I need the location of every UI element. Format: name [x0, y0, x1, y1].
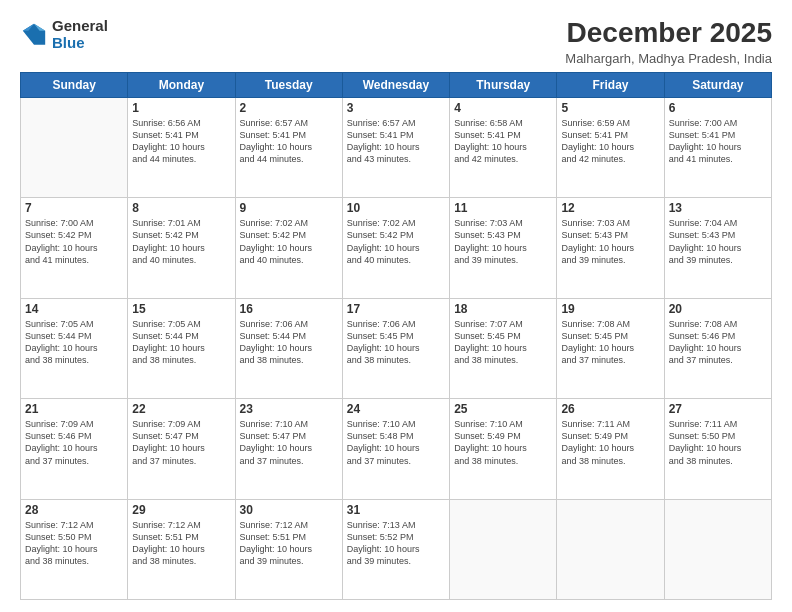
cell-content: Sunrise: 7:06 AM Sunset: 5:45 PM Dayligh…: [347, 318, 445, 367]
col-thursday: Thursday: [450, 72, 557, 97]
calendar-cell: 18Sunrise: 7:07 AM Sunset: 5:45 PM Dayli…: [450, 298, 557, 398]
calendar-cell: 15Sunrise: 7:05 AM Sunset: 5:44 PM Dayli…: [128, 298, 235, 398]
calendar-cell: [450, 499, 557, 599]
day-number: 3: [347, 101, 445, 115]
calendar-cell: 4Sunrise: 6:58 AM Sunset: 5:41 PM Daylig…: [450, 97, 557, 197]
day-number: 30: [240, 503, 338, 517]
cell-content: Sunrise: 7:03 AM Sunset: 5:43 PM Dayligh…: [561, 217, 659, 266]
header: General Blue December 2025 Malhargarh, M…: [20, 18, 772, 66]
calendar-table: Sunday Monday Tuesday Wednesday Thursday…: [20, 72, 772, 600]
cell-content: Sunrise: 7:08 AM Sunset: 5:45 PM Dayligh…: [561, 318, 659, 367]
logo-text: General Blue: [52, 18, 108, 51]
cell-content: Sunrise: 7:10 AM Sunset: 5:48 PM Dayligh…: [347, 418, 445, 467]
location: Malhargarh, Madhya Pradesh, India: [565, 51, 772, 66]
calendar-cell: 3Sunrise: 6:57 AM Sunset: 5:41 PM Daylig…: [342, 97, 449, 197]
calendar-cell: 25Sunrise: 7:10 AM Sunset: 5:49 PM Dayli…: [450, 399, 557, 499]
calendar-cell: 24Sunrise: 7:10 AM Sunset: 5:48 PM Dayli…: [342, 399, 449, 499]
cell-content: Sunrise: 7:02 AM Sunset: 5:42 PM Dayligh…: [347, 217, 445, 266]
calendar-cell: 28Sunrise: 7:12 AM Sunset: 5:50 PM Dayli…: [21, 499, 128, 599]
col-tuesday: Tuesday: [235, 72, 342, 97]
calendar-cell: 26Sunrise: 7:11 AM Sunset: 5:49 PM Dayli…: [557, 399, 664, 499]
col-saturday: Saturday: [664, 72, 771, 97]
cell-content: Sunrise: 7:12 AM Sunset: 5:51 PM Dayligh…: [240, 519, 338, 568]
day-number: 4: [454, 101, 552, 115]
cell-content: Sunrise: 7:07 AM Sunset: 5:45 PM Dayligh…: [454, 318, 552, 367]
calendar-cell: 10Sunrise: 7:02 AM Sunset: 5:42 PM Dayli…: [342, 198, 449, 298]
calendar-cell: 23Sunrise: 7:10 AM Sunset: 5:47 PM Dayli…: [235, 399, 342, 499]
cell-content: Sunrise: 7:02 AM Sunset: 5:42 PM Dayligh…: [240, 217, 338, 266]
day-number: 28: [25, 503, 123, 517]
day-number: 26: [561, 402, 659, 416]
day-number: 16: [240, 302, 338, 316]
calendar-week-2: 7Sunrise: 7:00 AM Sunset: 5:42 PM Daylig…: [21, 198, 772, 298]
calendar-cell: 2Sunrise: 6:57 AM Sunset: 5:41 PM Daylig…: [235, 97, 342, 197]
calendar-cell: 7Sunrise: 7:00 AM Sunset: 5:42 PM Daylig…: [21, 198, 128, 298]
cell-content: Sunrise: 7:13 AM Sunset: 5:52 PM Dayligh…: [347, 519, 445, 568]
cell-content: Sunrise: 7:00 AM Sunset: 5:41 PM Dayligh…: [669, 117, 767, 166]
day-number: 23: [240, 402, 338, 416]
day-number: 27: [669, 402, 767, 416]
cell-content: Sunrise: 6:59 AM Sunset: 5:41 PM Dayligh…: [561, 117, 659, 166]
calendar-cell: 17Sunrise: 7:06 AM Sunset: 5:45 PM Dayli…: [342, 298, 449, 398]
page: General Blue December 2025 Malhargarh, M…: [0, 0, 792, 612]
cell-content: Sunrise: 7:05 AM Sunset: 5:44 PM Dayligh…: [132, 318, 230, 367]
cell-content: Sunrise: 6:57 AM Sunset: 5:41 PM Dayligh…: [347, 117, 445, 166]
cell-content: Sunrise: 7:10 AM Sunset: 5:47 PM Dayligh…: [240, 418, 338, 467]
day-number: 2: [240, 101, 338, 115]
cell-content: Sunrise: 7:05 AM Sunset: 5:44 PM Dayligh…: [25, 318, 123, 367]
calendar-cell: 5Sunrise: 6:59 AM Sunset: 5:41 PM Daylig…: [557, 97, 664, 197]
calendar-week-1: 1Sunrise: 6:56 AM Sunset: 5:41 PM Daylig…: [21, 97, 772, 197]
calendar-cell: 1Sunrise: 6:56 AM Sunset: 5:41 PM Daylig…: [128, 97, 235, 197]
calendar-cell: 6Sunrise: 7:00 AM Sunset: 5:41 PM Daylig…: [664, 97, 771, 197]
day-number: 18: [454, 302, 552, 316]
calendar-cell: 14Sunrise: 7:05 AM Sunset: 5:44 PM Dayli…: [21, 298, 128, 398]
day-number: 6: [669, 101, 767, 115]
month-title: December 2025: [565, 18, 772, 49]
day-number: 7: [25, 201, 123, 215]
day-number: 11: [454, 201, 552, 215]
logo-blue: Blue: [52, 35, 108, 52]
day-number: 15: [132, 302, 230, 316]
cell-content: Sunrise: 7:11 AM Sunset: 5:50 PM Dayligh…: [669, 418, 767, 467]
day-number: 19: [561, 302, 659, 316]
cell-content: Sunrise: 7:09 AM Sunset: 5:46 PM Dayligh…: [25, 418, 123, 467]
col-monday: Monday: [128, 72, 235, 97]
cell-content: Sunrise: 6:57 AM Sunset: 5:41 PM Dayligh…: [240, 117, 338, 166]
calendar-header-row: Sunday Monday Tuesday Wednesday Thursday…: [21, 72, 772, 97]
day-number: 24: [347, 402, 445, 416]
col-friday: Friday: [557, 72, 664, 97]
calendar-cell: [664, 499, 771, 599]
cell-content: Sunrise: 7:12 AM Sunset: 5:50 PM Dayligh…: [25, 519, 123, 568]
day-number: 22: [132, 402, 230, 416]
calendar-cell: 27Sunrise: 7:11 AM Sunset: 5:50 PM Dayli…: [664, 399, 771, 499]
cell-content: Sunrise: 7:06 AM Sunset: 5:44 PM Dayligh…: [240, 318, 338, 367]
calendar-cell: 12Sunrise: 7:03 AM Sunset: 5:43 PM Dayli…: [557, 198, 664, 298]
day-number: 12: [561, 201, 659, 215]
day-number: 8: [132, 201, 230, 215]
logo-general: General: [52, 18, 108, 35]
calendar-cell: 8Sunrise: 7:01 AM Sunset: 5:42 PM Daylig…: [128, 198, 235, 298]
cell-content: Sunrise: 7:03 AM Sunset: 5:43 PM Dayligh…: [454, 217, 552, 266]
cell-content: Sunrise: 6:58 AM Sunset: 5:41 PM Dayligh…: [454, 117, 552, 166]
calendar-cell: [557, 499, 664, 599]
day-number: 25: [454, 402, 552, 416]
day-number: 21: [25, 402, 123, 416]
col-wednesday: Wednesday: [342, 72, 449, 97]
calendar-cell: 29Sunrise: 7:12 AM Sunset: 5:51 PM Dayli…: [128, 499, 235, 599]
day-number: 14: [25, 302, 123, 316]
calendar-week-5: 28Sunrise: 7:12 AM Sunset: 5:50 PM Dayli…: [21, 499, 772, 599]
cell-content: Sunrise: 6:56 AM Sunset: 5:41 PM Dayligh…: [132, 117, 230, 166]
day-number: 5: [561, 101, 659, 115]
calendar-cell: 9Sunrise: 7:02 AM Sunset: 5:42 PM Daylig…: [235, 198, 342, 298]
calendar-cell: 19Sunrise: 7:08 AM Sunset: 5:45 PM Dayli…: [557, 298, 664, 398]
cell-content: Sunrise: 7:00 AM Sunset: 5:42 PM Dayligh…: [25, 217, 123, 266]
cell-content: Sunrise: 7:04 AM Sunset: 5:43 PM Dayligh…: [669, 217, 767, 266]
cell-content: Sunrise: 7:01 AM Sunset: 5:42 PM Dayligh…: [132, 217, 230, 266]
day-number: 29: [132, 503, 230, 517]
title-block: December 2025 Malhargarh, Madhya Pradesh…: [565, 18, 772, 66]
calendar-cell: 16Sunrise: 7:06 AM Sunset: 5:44 PM Dayli…: [235, 298, 342, 398]
day-number: 10: [347, 201, 445, 215]
cell-content: Sunrise: 7:09 AM Sunset: 5:47 PM Dayligh…: [132, 418, 230, 467]
cell-content: Sunrise: 7:10 AM Sunset: 5:49 PM Dayligh…: [454, 418, 552, 467]
logo-icon: [20, 21, 48, 49]
